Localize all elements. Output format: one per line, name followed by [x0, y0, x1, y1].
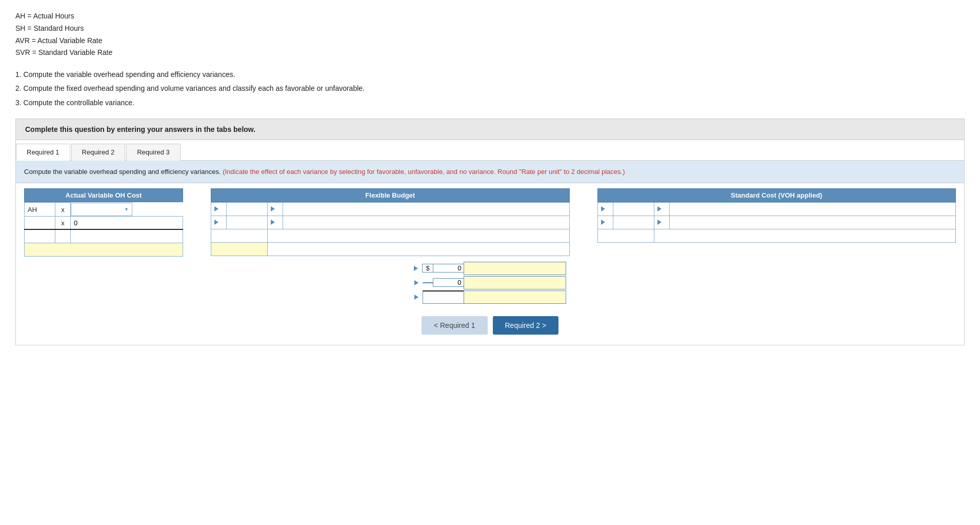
legend-line-1: AH = Actual Hours: [15, 10, 965, 23]
flex-r2c2-input[interactable]: [230, 219, 264, 226]
std-r1c2-input[interactable]: [616, 205, 651, 213]
var1-arrow: [414, 264, 422, 273]
var2-yellow[interactable]: [464, 276, 566, 289]
flex-r1c1-arrow: [211, 203, 227, 216]
var2-num-cell[interactable]: [433, 278, 464, 287]
std-r3c12[interactable]: [597, 229, 654, 243]
flex-r1c3-arrow: [268, 203, 283, 216]
actual-table: AH x x: [24, 202, 183, 257]
actual-row-3: [25, 229, 183, 243]
actual-r2c3-input[interactable]: [74, 219, 179, 227]
var1-yellow-input[interactable]: [464, 264, 566, 272]
standard-section: Standard Cost (VOH applied): [597, 188, 956, 243]
flex-r1c2-input[interactable]: [230, 205, 264, 213]
three-sections: Actual Variable OH Cost AH x: [24, 188, 956, 257]
std-r1c1-arrow: [597, 203, 613, 216]
var3-num-input[interactable]: [423, 294, 464, 301]
var2-num-input[interactable]: [433, 279, 464, 286]
actual-header: Actual Variable OH Cost: [24, 188, 183, 202]
prev-button[interactable]: < Required 1: [422, 316, 488, 335]
actual-r3c2: [55, 229, 71, 243]
std-r2c2-input[interactable]: [616, 219, 651, 226]
flex-r3c34[interactable]: [268, 229, 570, 243]
instruction-3: 3. Compute the controllable variance.: [15, 96, 965, 109]
flex-r2c4-input[interactable]: [286, 219, 566, 226]
var2-arrow: [414, 279, 423, 287]
flex-r4-yellow-left[interactable]: [211, 243, 268, 256]
std-r1c4[interactable]: [669, 203, 956, 216]
complete-box-text: Complete this question by entering your …: [25, 125, 255, 133]
actual-r4-yellow[interactable]: [25, 243, 183, 256]
actual-r2c1: [25, 216, 55, 229]
actual-r1c3-select[interactable]: [71, 203, 132, 216]
actual-r2c2: x: [55, 216, 71, 229]
tab-instruction-main: Compute the variable overhead spending a…: [24, 168, 221, 176]
std-row-2: [597, 216, 956, 229]
std-row-1: [597, 203, 956, 216]
next-button[interactable]: Required 2 >: [493, 316, 559, 335]
tab-instruction-red: (Indicate the effect of each variance by…: [223, 168, 625, 176]
flex-r2c1-arrow: [211, 216, 227, 229]
actual-r3c1: [25, 229, 55, 243]
instruction-2: 2. Compute the fixed overhead spending a…: [15, 82, 965, 95]
std-r3c12-input[interactable]: [601, 232, 651, 240]
std-r2c4-input[interactable]: [673, 219, 953, 226]
std-r2c2[interactable]: [613, 216, 654, 229]
legend-line-2: SH = Standard Hours: [15, 23, 965, 35]
std-r3c34[interactable]: [654, 229, 956, 243]
actual-row-2: x: [25, 216, 183, 229]
flex-r2c3-arrow: [268, 216, 283, 229]
var1-yellow[interactable]: [464, 262, 566, 275]
variance-row-3: [414, 290, 566, 304]
actual-r4-input[interactable]: [28, 246, 179, 254]
var3-yellow-input[interactable]: [464, 293, 566, 301]
actual-r3c3-input[interactable]: [74, 232, 179, 240]
tab-required-3[interactable]: Required 3: [126, 144, 181, 161]
std-r2c1-arrow: [597, 216, 613, 229]
tab-required-1[interactable]: Required 1: [16, 144, 70, 161]
var3-arrow: [414, 293, 423, 301]
flex-row-2: [211, 216, 570, 229]
actual-row-1: AH x: [25, 203, 183, 217]
flex-r3c12-input[interactable]: [214, 232, 264, 240]
var1-dollar: $: [422, 264, 432, 273]
std-r2c4[interactable]: [669, 216, 956, 229]
flex-r3c12[interactable]: [211, 229, 268, 243]
flex-r4-right: [268, 243, 570, 256]
var1-num-input[interactable]: [433, 264, 464, 272]
std-r3c34-input[interactable]: [657, 232, 953, 240]
std-r2c3-arrow: [654, 216, 669, 229]
var3-num-cell[interactable]: [423, 290, 464, 304]
main-table-area: Actual Variable OH Cost AH x: [16, 183, 964, 345]
legend: AH = Actual Hours SH = Standard Hours AV…: [15, 10, 965, 59]
tabs-row: Required 1 Required 2 Required 3: [16, 140, 964, 161]
nav-buttons: < Required 1 Required 2 >: [24, 316, 956, 335]
actual-r2c3[interactable]: [71, 216, 183, 229]
flex-r3c34-input[interactable]: [271, 232, 566, 240]
flex-r4-left-input[interactable]: [214, 245, 264, 253]
legend-line-3: AVR = Actual Variable Rate: [15, 35, 965, 47]
standard-table: [597, 202, 956, 243]
flex-r1c4-input[interactable]: [286, 205, 566, 213]
tab-required-2[interactable]: Required 2: [71, 144, 126, 161]
flex-r2c4[interactable]: [283, 216, 570, 229]
flex-r2c2[interactable]: [227, 216, 268, 229]
complete-box: Complete this question by entering your …: [15, 119, 965, 140]
var3-yellow[interactable]: [464, 290, 566, 304]
flexible-table: [211, 202, 570, 256]
flex-row-1: [211, 203, 570, 216]
std-r1c2[interactable]: [613, 203, 654, 216]
flex-row-3: [211, 229, 570, 243]
flex-row-4: [211, 243, 570, 256]
var2-yellow-input[interactable]: [464, 279, 566, 286]
std-r1c4-input[interactable]: [673, 205, 953, 213]
flexible-header: Flexible Budget: [211, 188, 570, 202]
var1-num-cell[interactable]: [433, 264, 464, 273]
actual-section: Actual Variable OH Cost AH x: [24, 188, 183, 257]
flex-r1c4[interactable]: [283, 203, 570, 216]
flex-r1c2[interactable]: [227, 203, 268, 216]
instruction-1: 1. Compute the variable overhead spendin…: [15, 68, 965, 81]
actual-r3c3[interactable]: [71, 229, 183, 243]
tabs-container: Required 1 Required 2 Required 3 Compute…: [15, 140, 965, 345]
var2-prefix: [423, 282, 433, 283]
